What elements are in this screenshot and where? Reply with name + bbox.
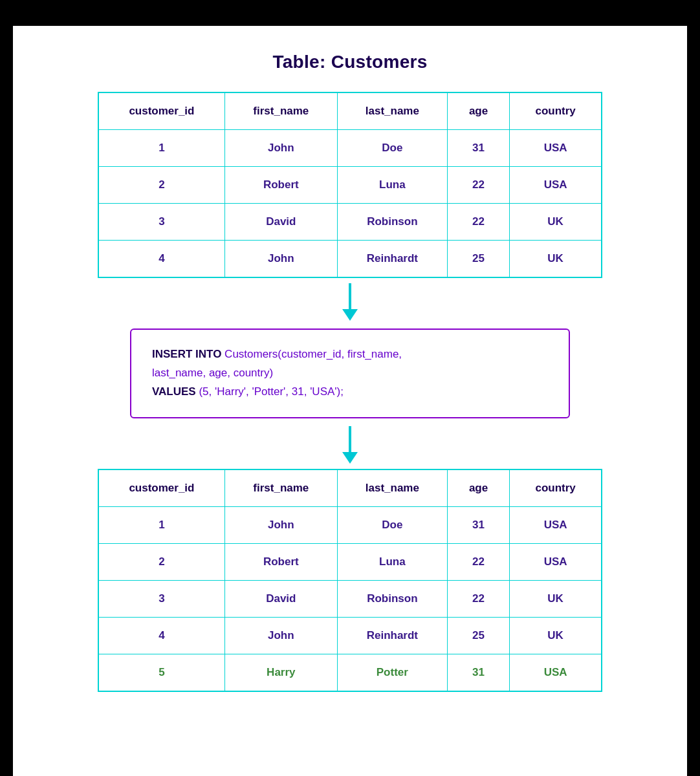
table-cell: Reinhardt [337,617,447,654]
table-row: 4JohnReinhardt25UK [98,617,602,654]
arrow-shaft-2 [349,426,351,452]
table-cell: UK [510,617,602,654]
table-cell: 22 [447,204,509,241]
table-header-first_name: first_name [224,92,337,130]
sql-line1-rest: Customers(customer_id, first_name, [221,348,402,360]
table-row: 1JohnDoe31USA [98,130,602,167]
page-title: Table: Customers [272,52,427,72]
sql-line-2: last_name, age, country) [152,364,548,383]
table-header-customer_id: customer_id [98,469,224,507]
table-cell: 1 [98,130,224,167]
table-header-age: age [447,469,509,507]
table-cell: USA [510,130,602,167]
table-cell: USA [510,506,602,543]
sql-box: INSERT INTO Customers(customer_id, first… [130,329,570,418]
table-cell: 4 [98,617,224,654]
bottom-table: customer_idfirst_namelast_nameagecountry… [98,469,602,692]
table-cell: 31 [447,506,509,543]
table-cell: 1 [98,506,224,543]
table-cell: 5 [98,654,224,691]
sql-line3-rest: (5, 'Harry', 'Potter', 31, 'USA'); [196,385,344,398]
table-cell: Luna [337,543,447,580]
sql-line-3: VALUES (5, 'Harry', 'Potter', 31, 'USA')… [152,383,548,402]
arrow-shaft-1 [349,283,351,309]
table-row: 3DavidRobinson22UK [98,580,602,617]
table-cell: 2 [98,543,224,580]
table-cell: John [224,130,337,167]
arrow-2 [342,426,358,464]
table-cell: USA [510,543,602,580]
table-header-age: age [447,92,509,130]
table-cell: 3 [98,580,224,617]
table-cell: Luna [337,167,447,204]
table-cell: Doe [337,130,447,167]
table-cell: Harry [224,654,337,691]
table-cell: UK [510,204,602,241]
table-cell: Robinson [337,580,447,617]
table-cell: 31 [447,654,509,691]
table-cell: David [224,204,337,241]
arrow-head-2 [342,452,358,464]
table-cell: Robinson [337,204,447,241]
table-cell: 2 [98,167,224,204]
table-header-first_name: first_name [224,469,337,507]
table-cell: 31 [447,130,509,167]
table-cell: USA [510,167,602,204]
table-cell: 4 [98,241,224,278]
table-cell: 3 [98,204,224,241]
table-cell: UK [510,580,602,617]
table-header-last_name: last_name [337,92,447,130]
table-cell: John [224,506,337,543]
table-row: 5HarryPotter31USA [98,654,602,691]
table-cell: Robert [224,543,337,580]
diagram-wrapper: Table: Customers customer_idfirst_namela… [13,26,687,776]
table-row: 2RobertLuna22USA [98,543,602,580]
table-row: 4JohnReinhardt25UK [98,241,602,278]
table-cell: UK [510,241,602,278]
top-table: customer_idfirst_namelast_nameagecountry… [98,92,602,278]
table-row: 3DavidRobinson22UK [98,204,602,241]
table-header-last_name: last_name [337,469,447,507]
table-cell: Reinhardt [337,241,447,278]
sql-keyword-insert: INSERT INTO [152,348,221,360]
table-cell: 22 [447,580,509,617]
sql-keyword-values: VALUES [152,385,196,398]
table-header-country: country [510,92,602,130]
table-header-customer_id: customer_id [98,92,224,130]
table-row: 2RobertLuna22USA [98,167,602,204]
table-cell: 25 [447,241,509,278]
arrow-1 [342,283,358,321]
table-cell: USA [510,654,602,691]
table-cell: Robert [224,167,337,204]
table-cell: David [224,580,337,617]
arrow-head-1 [342,309,358,321]
sql-line-1: INSERT INTO Customers(customer_id, first… [152,345,548,364]
table-header-country: country [510,469,602,507]
table-cell: John [224,241,337,278]
table-cell: John [224,617,337,654]
table-cell: 22 [447,167,509,204]
table-cell: 22 [447,543,509,580]
table-row: 1JohnDoe31USA [98,506,602,543]
table-cell: Potter [337,654,447,691]
table-cell: Doe [337,506,447,543]
table-cell: 25 [447,617,509,654]
